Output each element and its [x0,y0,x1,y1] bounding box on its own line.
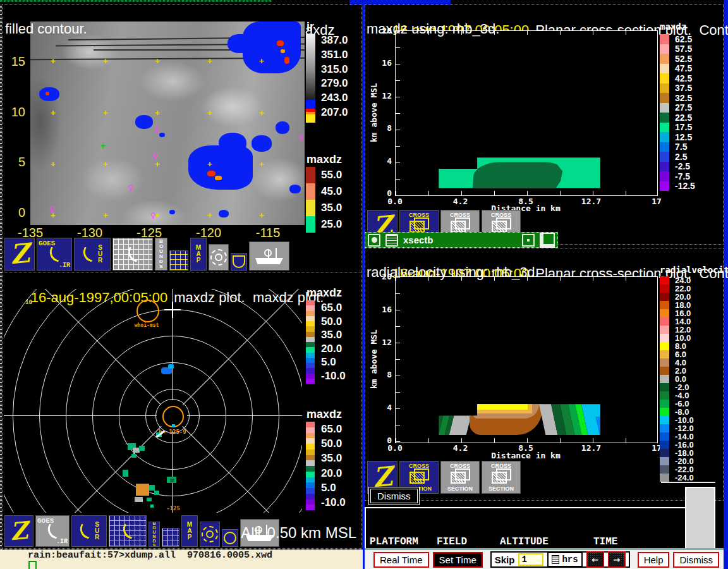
xsect-maxdz-title-line2: maxdz using: rhb_3d. [367,21,499,37]
colorbar-value: 55.0 [315,169,342,181]
range-rings-icon [210,249,227,266]
colorbar-swatch [306,321,315,326]
xsectb-titlebar[interactable]: xsectb [365,232,558,248]
colorbar-value: 65.0 [321,302,346,314]
ir-colorbar-value: 243.0 [321,92,348,104]
colorbar-swatch [660,152,669,162]
colorbar-swatch [660,350,669,358]
colorbar-swatch [306,374,315,379]
zeb-display-screen: 16-aug-1997,00:05:00ir plot. Rhb_lowprf … [0,0,728,569]
surface-radar-button[interactable]: S U R [74,238,111,271]
col-field: FIELD [437,535,500,548]
section-label: SECTION [488,486,514,492]
set-time-button[interactable]: Set Time [433,552,483,568]
skip-group: Skip hrs ← → [490,551,630,568]
window-menu-icon[interactable] [368,234,380,247]
colorbar-swatch [306,167,315,183]
small-grid-button[interactable] [162,528,179,547]
colorbar-swatch [660,334,669,342]
colorbar-value: 7.5 [669,142,687,152]
colorbar-swatch [660,358,669,367]
cross-section-button[interactable]: CROSS SECTION [440,461,480,494]
colorbar-swatch [660,309,669,317]
colorbar-swatch [306,379,315,384]
window-iconify-icon[interactable] [540,233,555,248]
colorbar-swatch [306,342,315,347]
col-altitude: ALTITUDE [500,535,593,548]
step-back-button[interactable]: ← [586,551,604,568]
xsect-maxdz-colorbar: 62.5 57.5 52.5 47.5 [660,34,695,191]
station-marker-icon: ♀ [49,205,55,214]
colorbar-swatch [660,416,669,424]
ir-colorbar-value: 387.0 [321,34,348,47]
satellite-dish-icon [45,523,60,539]
skip-value-input[interactable] [518,553,543,566]
bounds-label: B O U N D S [152,522,155,547]
rings-button[interactable] [200,522,220,547]
ir-maxdz-colorbar: 55.0 45.0 35.0 25.0 [306,167,342,233]
map-button[interactable]: M A P [190,238,207,271]
ir-colorbar-segment [306,100,315,109]
ir-toolbar: Z GOES .IR S U R B O U N D S M A P [4,236,289,271]
ir-y-axis-ticks: 151050 [4,54,25,220]
radar-dish-icon [120,523,135,539]
terminal-strip[interactable]: rain:beaufait:57>xdump.all 970816.0005.x… [0,549,363,569]
bounds-button[interactable]: B O U N D S [155,238,167,271]
grid-radar-button[interactable] [112,238,153,271]
colorbar-swatch [306,311,315,316]
zeb-menu-button[interactable]: Z [4,515,33,547]
bounds-button[interactable]: B O U N D S [149,522,160,547]
colorbar-swatch [660,474,669,482]
small-grid-button[interactable] [169,250,188,271]
section-label: SECTION [447,486,473,492]
step-forward-button[interactable]: → [608,551,626,568]
colorbar-value: 20.0 [321,467,346,480]
xsect-radial-title-line2: radialvelocity using: rhb_3d. [367,264,539,281]
hrs-button[interactable]: hrs [547,552,582,567]
colorbar-swatch [306,433,315,439]
maxdz-colorbar-label-2: maxdz [306,408,342,421]
colorbar-swatch [660,132,669,142]
colorbar-value: 62.5 [669,34,692,44]
colorbar-value: 37.5 [669,83,692,93]
colorbar-swatch [660,123,669,133]
colorbar-value: 35.0 [321,452,346,465]
colorbar-swatch [306,316,315,321]
goes-ir-button[interactable]: GOES .IR [35,515,70,547]
buoy-button[interactable] [231,253,247,271]
colorbar-swatch [660,326,669,334]
help-button[interactable]: Help [638,552,670,568]
dismiss-controls-button[interactable]: Dismiss [673,552,719,568]
y-tick-label: 10 [11,105,25,119]
y-tick-label: 8 [387,370,392,379]
rings-button[interactable] [209,244,229,271]
graticule-mark: + [155,56,160,66]
colorbar-swatch [660,54,669,64]
colorbar-swatch [660,162,669,172]
circle-button[interactable] [222,529,238,547]
map-button[interactable]: M A P [181,515,198,547]
colorbar-swatch [660,171,669,181]
dismiss-table-button[interactable]: Dismiss [368,487,420,505]
cube-icon [492,472,507,484]
y-tick-label: 5 [18,155,25,169]
colorbar-swatch [306,505,315,510]
station-marker-icon: ♀ [150,211,156,220]
scrollbar-trough[interactable] [685,487,715,550]
window-dot-icon[interactable] [522,234,535,247]
window-doc-icon[interactable] [385,234,398,247]
ir-colorbar-segment [306,34,315,100]
colorbar-swatch [306,494,315,499]
grid-radar-button[interactable] [109,515,147,547]
ship-button[interactable] [249,242,289,271]
goes-ir-button[interactable]: GOES .IR [37,238,72,271]
colorbar-swatch [660,317,669,326]
terminal-cursor [28,561,37,569]
colorbar-value: 57.5 [669,44,692,54]
colorbar-swatch [660,408,669,416]
cross-section-button[interactable]: CROSS SECTION [482,461,521,494]
surface-radar-button[interactable]: S U R [71,515,107,547]
real-time-button[interactable]: Real Time [373,552,429,568]
zeb-menu-button[interactable]: Z [4,238,35,271]
colorbar-swatch [660,301,669,309]
